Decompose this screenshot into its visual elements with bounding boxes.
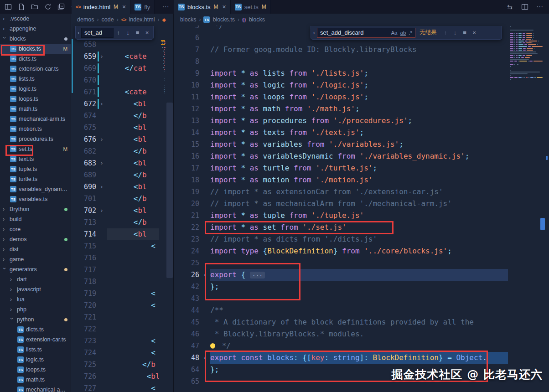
tree-file-math-ts[interactable]: TSmath.ts xyxy=(0,104,71,114)
line-number[interactable]: 683 xyxy=(72,157,96,169)
tree-file-text-ts[interactable]: TStext.ts xyxy=(0,154,71,164)
code-text[interactable]: <bl xyxy=(107,371,159,382)
minimap[interactable] xyxy=(510,26,543,83)
code-text[interactable]: < xyxy=(107,335,159,347)
tree-folder-demos[interactable]: ›demos xyxy=(0,234,71,244)
code-text[interactable]: import * as variables from './variables.… xyxy=(210,139,508,150)
line-number[interactable]: 16 xyxy=(175,150,199,162)
line-number[interactable]: 717 xyxy=(72,264,96,276)
line-number[interactable]: 689 xyxy=(72,169,96,181)
code-text[interactable]: * A dictionary of the block definitions … xyxy=(210,316,508,328)
find-input[interactable]: set_ad xyxy=(81,28,114,38)
line-number[interactable]: 64 xyxy=(175,364,199,376)
code-line-713[interactable]: 713 </b xyxy=(72,217,159,228)
line-number[interactable]: 7 xyxy=(175,44,199,56)
line-number[interactable]: 676 xyxy=(72,134,96,145)
breadcrumb-item[interactable]: blocks.ts xyxy=(212,16,235,23)
code-text[interactable]: <bl xyxy=(107,98,159,110)
code-text[interactable]: </b xyxy=(107,145,159,157)
code-text[interactable] xyxy=(210,257,508,269)
code-text[interactable] xyxy=(210,293,508,304)
code-line-8[interactable]: 8 xyxy=(175,56,508,67)
code-line-11[interactable]: 11import * as loops from './loops.js'; xyxy=(175,91,508,103)
code-text[interactable]: // import * as extensionCar from './exte… xyxy=(210,186,508,198)
code-line-9[interactable]: 9import * as lists from './lists.js'; xyxy=(175,67,508,79)
find-close-button[interactable]: × xyxy=(470,28,479,37)
tree-file-math-ts[interactable]: TSmath.ts xyxy=(0,375,71,385)
tree-file-turtle-ts[interactable]: TSturtle.ts xyxy=(0,174,71,184)
code-text[interactable]: // import * as mechanicalArm from './mec… xyxy=(210,198,508,210)
code-line-22[interactable]: 22import * as set from './set.js' xyxy=(175,222,508,233)
fold-chevron-icon[interactable]: › xyxy=(96,134,107,145)
tree-file-dicts-ts[interactable]: TSdicts.ts xyxy=(0,325,71,335)
toggle-sidebar-icon[interactable] xyxy=(5,3,12,10)
line-number[interactable]: 23 xyxy=(175,233,199,245)
fold-chevron-icon[interactable]: › xyxy=(96,181,107,193)
code-line-23[interactable]: 23// import * as dicts from './dicts.js' xyxy=(175,233,508,245)
code-text[interactable]: }; xyxy=(210,281,508,293)
code-line-669[interactable]: 669 </cat xyxy=(72,62,159,74)
code-text[interactable]: <bl xyxy=(107,228,159,240)
line-number[interactable]: 723 xyxy=(72,335,96,347)
code-text[interactable]: <bl xyxy=(107,157,159,169)
line-number[interactable]: 669 xyxy=(72,62,96,74)
find-prev-button[interactable]: ↑ xyxy=(114,28,123,37)
code-text[interactable]: <bl xyxy=(107,122,159,134)
lightbulb-icon[interactable] xyxy=(210,343,215,348)
code-line-716[interactable]: 716 xyxy=(72,252,159,264)
line-number[interactable]: 12 xyxy=(175,103,199,115)
code-line-17[interactable]: 17import * as turtle from './turtle.js'; xyxy=(175,162,508,174)
line-number[interactable]: 713 xyxy=(72,217,96,228)
code-line-25[interactable]: 25 xyxy=(175,257,508,269)
code-line-701[interactable]: 701 </b xyxy=(72,193,159,205)
code-text[interactable]: import * as math from './math.js'; xyxy=(210,103,508,115)
tree-folder-lua[interactable]: ›lua xyxy=(0,294,71,304)
line-number[interactable]: 19 xyxy=(175,186,199,198)
new-file-icon[interactable] xyxy=(18,3,25,10)
code-text[interactable] xyxy=(107,39,159,51)
line-number[interactable]: 6 xyxy=(175,32,199,44)
line-number[interactable]: 45 xyxy=(175,316,199,328)
line-number[interactable]: 718 xyxy=(72,276,96,288)
match-case-icon[interactable]: Aa xyxy=(391,30,397,36)
breadcrumb-item[interactable]: code xyxy=(102,16,114,23)
line-number[interactable]: 21 xyxy=(175,210,199,222)
code-text[interactable] xyxy=(107,252,159,264)
line-number[interactable]: 670 xyxy=(72,74,96,86)
find-input[interactable]: set_add_discard Aa ab .* xyxy=(317,28,415,38)
minimap[interactable] xyxy=(160,40,166,94)
code-text[interactable]: </b xyxy=(107,217,159,228)
line-number[interactable]: 44 xyxy=(175,304,199,316)
code-text[interactable]: import * as procedures from './procedure… xyxy=(210,115,508,127)
breadcrumb-item[interactable]: blocks xyxy=(180,16,196,23)
code-line-720[interactable]: 720 < xyxy=(72,299,159,311)
code-text[interactable]: < xyxy=(107,347,159,359)
tree-file-extension-car-ts[interactable]: TSextension-car.ts xyxy=(0,335,71,345)
tree-file-extension-car-ts[interactable]: TSextension-car.ts xyxy=(0,64,71,74)
line-number[interactable]: 8 xyxy=(175,56,199,67)
tree-file-tuple-ts[interactable]: TStuple.ts xyxy=(0,164,71,174)
line-number[interactable]: 43 xyxy=(175,293,199,304)
tree-file-loops-ts[interactable]: TSloops.ts xyxy=(0,365,71,375)
line-number[interactable]: 14 xyxy=(175,127,199,139)
line-number[interactable]: 46 xyxy=(175,328,199,340)
line-number[interactable]: 726 xyxy=(72,371,96,382)
code-line-725[interactable]: 725 </b xyxy=(72,359,159,371)
code-text[interactable] xyxy=(107,264,159,276)
tree-folder-generators[interactable]: ›generators xyxy=(0,264,71,274)
close-tab-icon[interactable]: × xyxy=(223,3,226,10)
line-number[interactable]: 47 xyxy=(175,340,199,352)
code-text[interactable] xyxy=(210,56,508,67)
code-line-19[interactable]: 19// import * as extensionCar from './ex… xyxy=(175,186,508,198)
refresh-icon[interactable] xyxy=(44,3,52,10)
code-line-676[interactable]: 676› <bl xyxy=(72,134,159,145)
editor-actions-more-icon[interactable]: ⋯ xyxy=(159,0,172,14)
find-expand-icon[interactable]: › xyxy=(311,26,317,39)
code-text[interactable]: */ xyxy=(210,340,508,352)
tree-folder-dart[interactable]: ›dart xyxy=(0,274,71,284)
code-line-718[interactable]: 718 xyxy=(72,276,159,288)
tab-fly[interactable]: TSfly xyxy=(130,0,155,14)
code-line-15[interactable]: 15import * as variables from './variable… xyxy=(175,139,508,150)
tree-file-variables_dynamic-ts[interactable]: TSvariables_dynamic.ts xyxy=(0,184,71,194)
code-line-672[interactable]: 672› <bl xyxy=(72,98,159,110)
